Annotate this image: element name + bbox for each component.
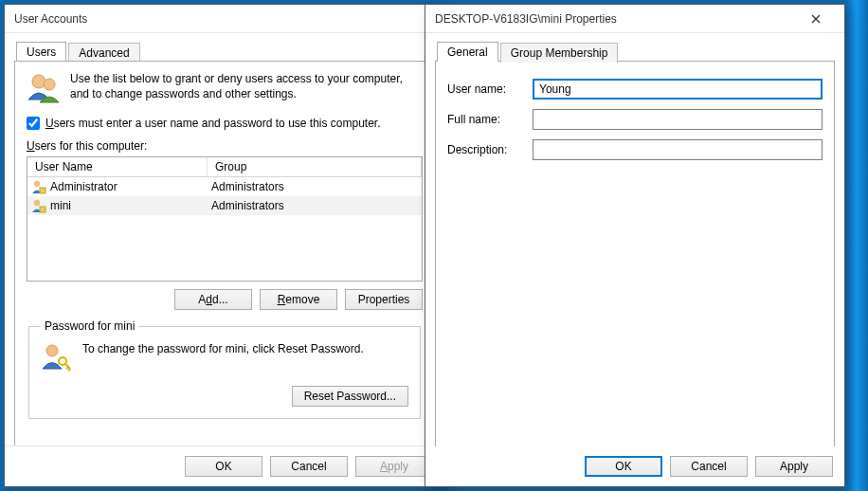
svg-rect-5 bbox=[40, 207, 45, 212]
props-ok-button[interactable]: OK bbox=[585, 456, 662, 477]
ua-tabpage-users: Use the list below to grant or deny user… bbox=[14, 61, 435, 470]
props-tabstrip: General Group Membership bbox=[435, 41, 835, 62]
svg-point-2 bbox=[34, 181, 40, 187]
add-button[interactable]: Add... bbox=[174, 289, 252, 310]
svg-point-6 bbox=[46, 345, 58, 356]
table-row[interactable]: mini Administrators bbox=[27, 196, 422, 215]
remove-button[interactable]: Remove bbox=[260, 289, 337, 310]
user-accounts-title: User Accounts bbox=[14, 12, 87, 26]
username-label: User name: bbox=[447, 82, 533, 96]
tab-general-label: General bbox=[447, 45, 488, 59]
reset-password-button[interactable]: Reset Password... bbox=[292, 386, 408, 407]
tab-group-membership[interactable]: Group Membership bbox=[500, 43, 619, 63]
props-cancel-button[interactable]: Cancel bbox=[670, 456, 748, 477]
user-accounts-titlebar[interactable]: User Accounts bbox=[5, 5, 444, 33]
props-tabpage-general: User name: Full name: Description: bbox=[435, 61, 835, 449]
users-listview-header[interactable]: User Name Group bbox=[27, 157, 422, 177]
users-icon bbox=[27, 71, 61, 105]
cell-user: Administrator bbox=[50, 180, 118, 193]
users-list-label: Users for this computer: bbox=[27, 139, 423, 153]
tab-users[interactable]: Users bbox=[16, 42, 66, 62]
tab-advanced[interactable]: Advanced bbox=[68, 43, 139, 63]
username-input[interactable] bbox=[533, 79, 823, 100]
col-group[interactable]: Group bbox=[208, 157, 422, 176]
ua-ok-button[interactable]: OK bbox=[185, 456, 262, 477]
must-signin-label: Users must enter a user name and passwor… bbox=[45, 117, 381, 130]
password-icon bbox=[41, 342, 71, 373]
description-input[interactable] bbox=[533, 139, 823, 160]
users-listview[interactable]: User Name Group Administrator Administra… bbox=[27, 156, 423, 282]
properties-window: DESKTOP-V6183IG\mini Properties General … bbox=[425, 4, 845, 487]
cell-group: Administrators bbox=[211, 180, 284, 193]
svg-point-1 bbox=[44, 79, 55, 90]
tab-group-label: Group Membership bbox=[511, 46, 608, 60]
ua-tabstrip: Users Advanced bbox=[14, 41, 435, 62]
col-username[interactable]: User Name bbox=[27, 157, 208, 176]
properties-button[interactable]: Properties bbox=[345, 289, 423, 310]
svg-point-4 bbox=[34, 200, 40, 206]
tab-advanced-label: Advanced bbox=[79, 46, 129, 60]
cell-user: mini bbox=[50, 199, 71, 212]
cell-group: Administrators bbox=[211, 199, 284, 212]
properties-titlebar[interactable]: DESKTOP-V6183IG\mini Properties bbox=[425, 5, 844, 33]
props-apply-button[interactable]: Apply bbox=[755, 456, 833, 477]
svg-point-7 bbox=[59, 357, 66, 365]
properties-title: DESKTOP-V6183IG\mini Properties bbox=[435, 12, 617, 26]
tab-general[interactable]: General bbox=[437, 42, 498, 62]
table-row[interactable]: Administrator Administrators bbox=[27, 177, 422, 196]
fullname-input[interactable] bbox=[533, 109, 823, 130]
password-text: To change the password for mini, click R… bbox=[82, 342, 364, 355]
fullname-label: Full name: bbox=[447, 113, 533, 126]
close-icon bbox=[811, 14, 821, 24]
ua-apply-button[interactable]: Apply bbox=[355, 456, 433, 477]
description-label: Description: bbox=[447, 143, 533, 156]
user-icon bbox=[31, 198, 46, 213]
must-signin-checkbox[interactable]: Users must enter a user name and passwor… bbox=[27, 117, 381, 130]
tab-users-label: Users bbox=[27, 45, 56, 59]
close-button[interactable] bbox=[797, 6, 835, 32]
user-accounts-window: User Accounts Users Advanced Use the lis… bbox=[4, 4, 445, 487]
must-signin-input[interactable] bbox=[27, 117, 40, 130]
svg-rect-3 bbox=[40, 188, 45, 193]
user-icon bbox=[31, 179, 46, 194]
password-group-title: Password for mini bbox=[41, 319, 138, 333]
ua-intro-text: Use the list below to grant or deny user… bbox=[70, 71, 423, 101]
password-group: Password for mini To change the password… bbox=[28, 319, 421, 419]
ua-cancel-button[interactable]: Cancel bbox=[270, 456, 348, 477]
desktop-edge bbox=[845, 0, 868, 491]
